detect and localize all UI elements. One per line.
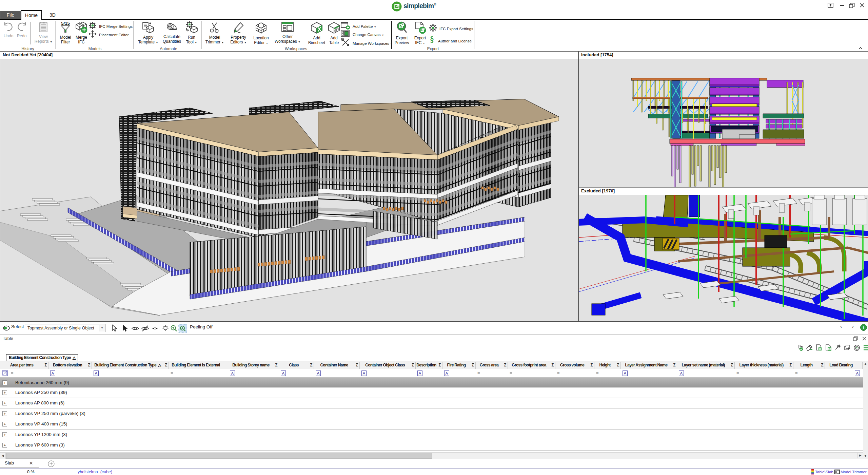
- svg-text:i: i: [863, 325, 864, 330]
- svg-text:5/15: 5/15: [61, 21, 70, 26]
- svg-text:§: §: [430, 35, 434, 43]
